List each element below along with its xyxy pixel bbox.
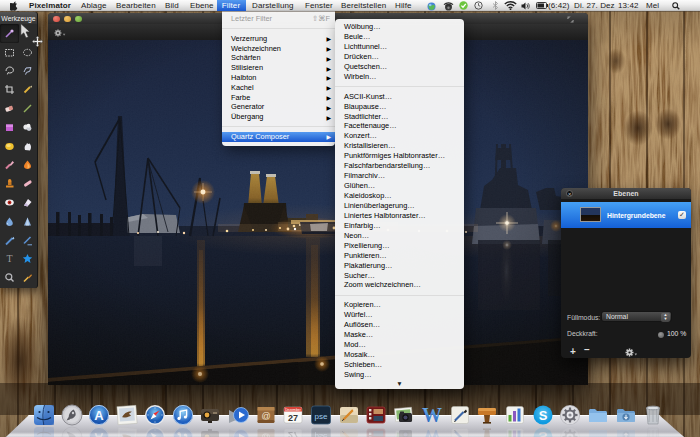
svg-text:A: A [95, 430, 105, 437]
svg-text:W: W [422, 426, 442, 437]
svg-text:Dezember: Dezember [285, 408, 302, 412]
svg-text:27: 27 [288, 413, 298, 423]
svg-text:27: 27 [288, 430, 298, 437]
svg-text:pse: pse [315, 412, 328, 421]
svg-text:@: @ [261, 432, 270, 437]
svg-text:S: S [538, 408, 547, 423]
svg-text:A: A [95, 408, 105, 423]
svg-text:W: W [422, 404, 442, 426]
svg-text:T: T [6, 253, 12, 264]
svg-text:S: S [538, 429, 547, 437]
svg-text:pse: pse [315, 432, 328, 437]
svg-text:@: @ [261, 411, 270, 421]
